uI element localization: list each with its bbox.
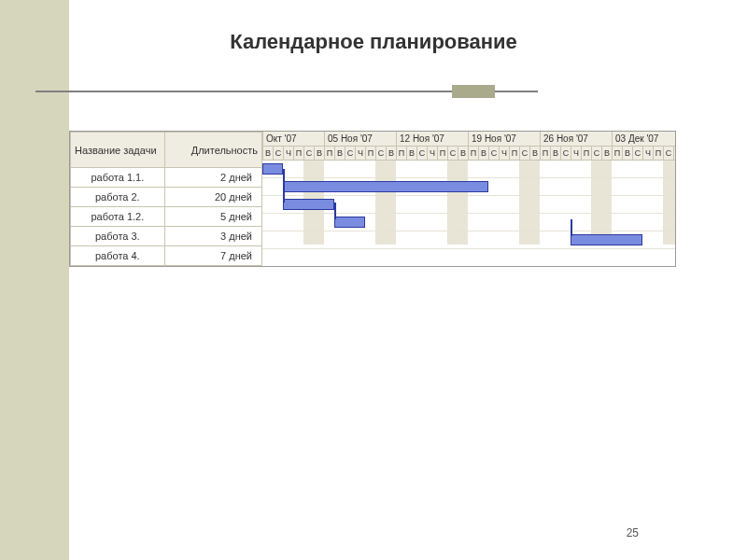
day-label: П (437, 147, 447, 161)
accent-square (452, 85, 495, 98)
gantt-row (262, 161, 675, 178)
day-label: Ч (499, 147, 509, 161)
day-label: П (293, 147, 303, 161)
week-label: 03 Дек '07 (612, 132, 675, 147)
task-duration: 7 дней (164, 246, 261, 266)
day-label: С (273, 147, 283, 161)
day-label: П (468, 147, 478, 161)
day-label: В (262, 147, 273, 161)
dependency-link (283, 186, 285, 203)
day-label: С (519, 147, 529, 161)
day-label: С (663, 147, 673, 161)
day-label: С (345, 147, 355, 161)
col-header-name: Название задачи (71, 133, 165, 168)
day-label: С (416, 147, 427, 161)
gantt-bar (283, 199, 334, 210)
task-table: Название задачи Длительность работа 1.1.… (70, 132, 262, 266)
table-row: работа 2. 20 дней (71, 188, 262, 207)
week-label: 12 Ноя '07 (396, 132, 468, 147)
day-label: В (458, 147, 468, 161)
day-label: В (529, 147, 540, 161)
task-name: работа 1.2. (71, 207, 165, 227)
gantt-row (262, 231, 675, 249)
day-label: С (303, 147, 314, 161)
day-header: ВСЧПСВПВСЧПСВПВСЧПСВПВСЧПСВПВСЧПСВПВСЧПС… (262, 147, 675, 161)
task-duration: 5 дней (164, 207, 261, 227)
gantt-bar (571, 234, 642, 245)
task-name: работа 4. (71, 246, 165, 266)
day-label: С (632, 147, 642, 161)
day-label: В (601, 147, 612, 161)
task-name: работа 1.1. (71, 168, 165, 188)
gantt-chart: Название задачи Длительность работа 1.1.… (69, 131, 676, 267)
table-row: работа 1.2. 5 дней (71, 207, 262, 227)
gantt-row (262, 178, 675, 196)
col-header-duration: Длительность (164, 133, 261, 168)
day-label: В (406, 147, 416, 161)
gantt-bar (334, 217, 365, 228)
dependency-link (283, 169, 285, 186)
day-label: П (612, 147, 622, 161)
day-label: С (488, 147, 499, 161)
table-row: работа 3. 3 дней (71, 227, 262, 246)
gantt-rows (262, 161, 675, 249)
page-title: Календарное планирование (0, 30, 747, 54)
week-label: 05 Ноя '07 (324, 132, 396, 147)
day-label: П (509, 147, 519, 161)
task-name: работа 2. (71, 188, 165, 207)
slide: Календарное планирование 25 Название зад… (0, 0, 747, 560)
task-name: работа 3. (71, 227, 165, 246)
task-duration: 2 дней (164, 168, 261, 188)
day-label: В (622, 147, 632, 161)
day-label: П (581, 147, 591, 161)
gantt-bar (283, 181, 488, 192)
day-label: П (365, 147, 375, 161)
week-label: 19 Ноя '07 (468, 132, 540, 147)
day-label: С (560, 147, 571, 161)
gantt-timeline: Окт '0705 Ноя '0712 Ноя '0719 Ноя '0726 … (262, 132, 675, 266)
dependency-link (571, 219, 572, 236)
page-number: 25 (627, 526, 639, 539)
week-label: 26 Ноя '07 (540, 132, 612, 147)
day-label: В (314, 147, 324, 161)
day-label: В (478, 147, 488, 161)
side-accent (0, 0, 69, 560)
gantt-row (262, 214, 675, 231)
dependency-link (334, 203, 336, 219)
day-label: П (653, 147, 663, 161)
day-label: Ч (427, 147, 437, 161)
gantt-bar (262, 163, 283, 175)
day-label: П (324, 147, 334, 161)
week-label: Окт '07 (262, 132, 324, 147)
table-row: работа 4. 7 дней (71, 246, 262, 266)
gantt-row (262, 196, 675, 214)
day-label: С (591, 147, 601, 161)
day-label: В (673, 147, 675, 161)
day-label: С (375, 147, 386, 161)
day-label: В (550, 147, 560, 161)
day-label: Ч (355, 147, 365, 161)
task-duration: 20 дней (164, 188, 261, 207)
day-label: Ч (642, 147, 653, 161)
day-label: В (386, 147, 396, 161)
task-duration: 3 дней (164, 227, 261, 246)
day-label: Ч (571, 147, 581, 161)
day-label: С (447, 147, 458, 161)
table-row: работа 1.1. 2 дней (71, 168, 262, 188)
day-label: П (540, 147, 550, 161)
day-label: П (396, 147, 406, 161)
day-label: В (334, 147, 345, 161)
week-header: Окт '0705 Ноя '0712 Ноя '0719 Ноя '0726 … (262, 132, 675, 147)
day-label: Ч (283, 147, 293, 161)
